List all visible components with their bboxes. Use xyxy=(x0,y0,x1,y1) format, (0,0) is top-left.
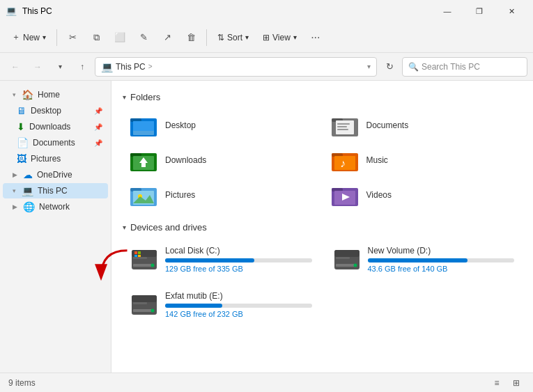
more-button[interactable]: ··· xyxy=(304,26,327,49)
toolbar: ＋ New ▾ ✂ ⧉ ⬜ ✎ ↗ 🗑 ⇅ Sort ▾ ⊞ View ▾ ··… xyxy=(0,22,533,53)
network-label: Network xyxy=(39,202,70,212)
drives-chevron: ▾ xyxy=(123,224,126,231)
folder-pictures-label: Pictures xyxy=(165,190,195,200)
sidebar-item-home[interactable]: ▾ 🏠 Home xyxy=(3,87,108,102)
search-icon: 🔍 xyxy=(408,62,419,72)
up-button[interactable]: ↑ xyxy=(72,57,92,77)
close-button[interactable]: ✕ xyxy=(495,0,527,22)
folder-desktop-label: Desktop xyxy=(165,120,196,130)
drive-e-icon xyxy=(130,292,158,317)
new-chevron: ▾ xyxy=(43,33,46,41)
folder-desktop[interactable]: Desktop xyxy=(123,109,321,141)
titlebar-title: This PC xyxy=(22,6,431,16)
sidebar: ▾ 🏠 Home 🖥 Desktop 📌 ⬇ Downloads 📌 📄 Doc… xyxy=(0,81,111,373)
item-count: 9 items xyxy=(8,378,36,388)
sidebar-item-documents[interactable]: 📄 Documents 📌 xyxy=(3,135,108,150)
folder-documents[interactable]: Documents xyxy=(324,109,523,141)
sep1 xyxy=(56,29,57,46)
sidebar-item-thispc[interactable]: ▾ 💻 This PC xyxy=(3,183,108,198)
svg-rect-30 xyxy=(133,264,153,267)
folder-videos[interactable]: Videos xyxy=(324,179,523,211)
new-button[interactable]: ＋ New ▾ xyxy=(6,28,52,47)
desktop-icon: 🖥 xyxy=(17,105,26,116)
addressbar: ← → ▾ ↑ 💻 This PC > ▾ ↻ 🔍 Search This PC xyxy=(0,53,533,81)
folders-chevron: ▾ xyxy=(123,93,126,101)
drive-c-info: Local Disk (C:) 129 GB free of 335 GB xyxy=(165,246,312,273)
path-text: This PC xyxy=(116,62,146,72)
network-icon: 🌐 xyxy=(23,201,35,212)
share-button[interactable]: ↗ xyxy=(156,26,178,49)
folder-music[interactable]: ♪ Music xyxy=(324,144,523,176)
documents-label: Documents xyxy=(33,138,75,148)
folders-section-header[interactable]: ▾ Folders xyxy=(123,92,522,102)
restore-button[interactable]: ❐ xyxy=(463,0,495,22)
drive-d-icon xyxy=(333,247,361,272)
delete-button[interactable]: 🗑 xyxy=(180,26,202,49)
pictures-label: Pictures xyxy=(31,154,61,164)
svg-rect-10 xyxy=(337,129,348,130)
content-area: ▾ Folders Desktop xyxy=(111,81,533,373)
pictures-icon: 🖼 xyxy=(17,153,26,164)
sidebar-item-desktop[interactable]: 🖥 Desktop 📌 xyxy=(3,103,108,118)
svg-text:♪: ♪ xyxy=(340,157,346,169)
drive-c-icon xyxy=(130,247,158,272)
network-expand[interactable]: ▶ xyxy=(11,202,19,212)
path-chevron: > xyxy=(148,63,153,70)
paste-button[interactable]: ⬜ xyxy=(109,26,131,49)
thispc-expand[interactable]: ▾ xyxy=(11,186,17,196)
drive-e-info: Exfat mutib (E:) 142 GB free of 232 GB xyxy=(165,291,312,318)
home-icon: 🏠 xyxy=(22,89,33,100)
downloads-label: Downloads xyxy=(29,122,70,132)
copy-button[interactable]: ⧉ xyxy=(85,26,107,49)
onedrive-label: OneDrive xyxy=(37,170,72,180)
rename-button[interactable]: ✎ xyxy=(132,26,155,49)
sidebar-item-network[interactable]: ▶ 🌐 Network xyxy=(3,199,108,214)
refresh-button[interactable]: ↻ xyxy=(380,57,399,77)
grid-view-button[interactable]: ⊞ xyxy=(508,375,525,391)
list-view-button[interactable]: ≡ xyxy=(488,375,505,391)
address-dropdown[interactable]: ▾ xyxy=(367,63,371,70)
back-button[interactable]: ← xyxy=(6,57,25,77)
drive-c-space: 129 GB free of 335 GB xyxy=(165,265,312,273)
drives-title: Devices and drives xyxy=(130,222,207,233)
sidebar-item-downloads[interactable]: ⬇ Downloads 📌 xyxy=(3,119,108,134)
documents-icon: 📄 xyxy=(17,137,29,148)
forward-button[interactable]: → xyxy=(28,57,47,77)
folder-music-icon: ♪ xyxy=(332,149,360,171)
folder-documents-icon xyxy=(332,114,360,136)
view-button[interactable]: ⊞ View ▾ xyxy=(256,29,303,46)
svg-rect-8 xyxy=(337,123,350,125)
onedrive-icon: ☁ xyxy=(23,169,33,180)
svg-point-40 xyxy=(353,263,357,267)
address-bar[interactable]: 💻 This PC > ▾ xyxy=(95,57,377,77)
svg-rect-34 xyxy=(138,251,141,254)
sidebar-item-onedrive[interactable]: ▶ ☁ OneDrive xyxy=(3,167,108,182)
folder-downloads[interactable]: Downloads xyxy=(123,144,321,176)
sort-button[interactable]: ⇅ Sort ▾ xyxy=(211,29,255,46)
folders-grid: Desktop Documents xyxy=(123,109,522,211)
search-box[interactable]: 🔍 Search This PC xyxy=(402,57,527,77)
down-button[interactable]: ▾ xyxy=(50,57,70,77)
drive-c[interactable]: Local Disk (C:) 129 GB free of 335 GB xyxy=(123,240,320,279)
folder-pictures[interactable]: Pictures xyxy=(123,179,321,211)
drives-section-header[interactable]: ▾ Devices and drives xyxy=(123,222,522,233)
window-controls: — ❐ ✕ xyxy=(431,0,527,22)
folder-documents-label: Documents xyxy=(366,120,409,130)
drive-c-fill xyxy=(165,258,254,262)
home-expand[interactable]: ▾ xyxy=(11,90,17,100)
folder-pictures-icon xyxy=(130,184,158,206)
search-placeholder: Search This PC xyxy=(422,62,480,72)
svg-point-31 xyxy=(151,263,155,267)
cut-button[interactable]: ✂ xyxy=(61,26,84,49)
documents-pin: 📌 xyxy=(94,139,102,147)
drive-e-space: 142 GB free of 232 GB xyxy=(165,310,312,318)
drive-d[interactable]: New Volume (D:) 43.6 GB free of 140 GB xyxy=(325,240,523,279)
drive-e-name: Exfat mutib (E:) xyxy=(165,291,312,301)
drive-c-bar xyxy=(165,258,312,262)
svg-rect-4 xyxy=(133,121,154,131)
sidebar-item-pictures[interactable]: 🖼 Pictures xyxy=(3,151,108,166)
drive-e[interactable]: Exfat mutib (E:) 142 GB free of 232 GB xyxy=(123,285,320,324)
svg-point-45 xyxy=(151,308,155,312)
onedrive-expand[interactable]: ▶ xyxy=(11,170,19,180)
minimize-button[interactable]: — xyxy=(431,0,463,22)
